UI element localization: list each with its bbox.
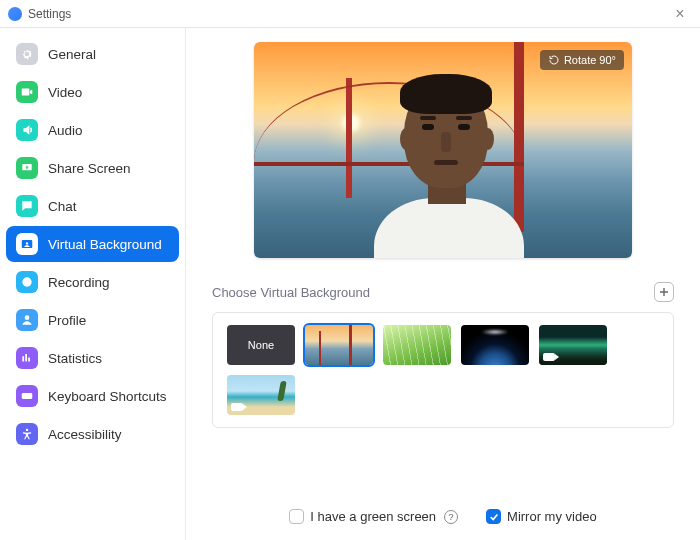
gear-icon: [16, 43, 38, 65]
audio-icon: [16, 119, 38, 141]
window-title: Settings: [28, 7, 71, 21]
mirror-video-checkbox[interactable]: Mirror my video: [486, 509, 597, 524]
background-thumbnails: None: [212, 312, 674, 428]
title-bar: Settings ×: [0, 0, 700, 28]
sidebar-item-share-screen[interactable]: Share Screen: [6, 150, 179, 186]
sidebar-item-virtual-background[interactable]: Virtual Background: [6, 226, 179, 262]
svg-point-4: [25, 315, 30, 320]
sidebar-item-accessibility[interactable]: Accessibility: [6, 416, 179, 452]
section-title: Choose Virtual Background: [212, 285, 370, 300]
sidebar-item-label: Accessibility: [48, 427, 122, 442]
sidebar-item-keyboard-shortcuts[interactable]: Keyboard Shortcuts: [6, 378, 179, 414]
add-background-button[interactable]: [654, 282, 674, 302]
bg-thumb-earth[interactable]: [461, 325, 529, 365]
sidebar-item-general[interactable]: General: [6, 36, 179, 72]
settings-footer: I have a green screen ? Mirror my video: [212, 491, 674, 540]
video-icon: [543, 353, 555, 361]
video-preview: Rotate 90°: [254, 42, 632, 258]
settings-content: Rotate 90° Choose Virtual Background Non…: [186, 28, 700, 540]
svg-point-6: [26, 429, 28, 431]
sidebar-item-label: General: [48, 47, 96, 62]
bg-thumb-none[interactable]: None: [227, 325, 295, 365]
vb-icon: [16, 233, 38, 255]
sidebar-item-label: Audio: [48, 123, 83, 138]
rotate-90-button[interactable]: Rotate 90°: [540, 50, 624, 70]
green-screen-checkbox[interactable]: I have a green screen ?: [289, 509, 458, 524]
plus-icon: [658, 286, 670, 298]
rotate-icon: [548, 54, 560, 66]
bg-thumb-bridge[interactable]: [305, 325, 373, 365]
sidebar-item-label: Statistics: [48, 351, 102, 366]
keyboard-icon: [16, 385, 38, 407]
sidebar-item-label: Chat: [48, 199, 77, 214]
video-icon: [16, 81, 38, 103]
sidebar-item-statistics[interactable]: Statistics: [6, 340, 179, 376]
bg-thumb-beach[interactable]: [227, 375, 295, 415]
bg-thumb-aurora[interactable]: [539, 325, 607, 365]
video-icon: [231, 403, 243, 411]
share-icon: [16, 157, 38, 179]
svg-point-1: [26, 242, 28, 244]
close-icon[interactable]: ×: [668, 5, 692, 23]
profile-icon: [16, 309, 38, 331]
sidebar-item-label: Virtual Background: [48, 237, 162, 252]
help-icon[interactable]: ?: [444, 510, 458, 524]
sidebar-item-label: Recording: [48, 275, 110, 290]
bg-thumb-grass[interactable]: [383, 325, 451, 365]
sidebar-item-label: Profile: [48, 313, 86, 328]
section-header: Choose Virtual Background: [212, 282, 674, 302]
sidebar-item-chat[interactable]: Chat: [6, 188, 179, 224]
sidebar-item-recording[interactable]: Recording: [6, 264, 179, 300]
settings-sidebar: GeneralVideoAudioShare ScreenChatVirtual…: [0, 28, 186, 540]
sidebar-item-video[interactable]: Video: [6, 74, 179, 110]
chat-icon: [16, 195, 38, 217]
stats-icon: [16, 347, 38, 369]
svg-point-3: [25, 280, 29, 284]
record-icon: [16, 271, 38, 293]
sidebar-item-label: Video: [48, 85, 82, 100]
accessibility-icon: [16, 423, 38, 445]
svg-rect-5: [22, 393, 33, 399]
sidebar-item-profile[interactable]: Profile: [6, 302, 179, 338]
rotate-label: Rotate 90°: [564, 54, 616, 66]
app-icon: [8, 7, 22, 21]
sidebar-item-audio[interactable]: Audio: [6, 112, 179, 148]
sidebar-item-label: Share Screen: [48, 161, 131, 176]
mirror-video-label: Mirror my video: [507, 509, 597, 524]
green-screen-label: I have a green screen: [310, 509, 436, 524]
sidebar-item-label: Keyboard Shortcuts: [48, 389, 167, 404]
